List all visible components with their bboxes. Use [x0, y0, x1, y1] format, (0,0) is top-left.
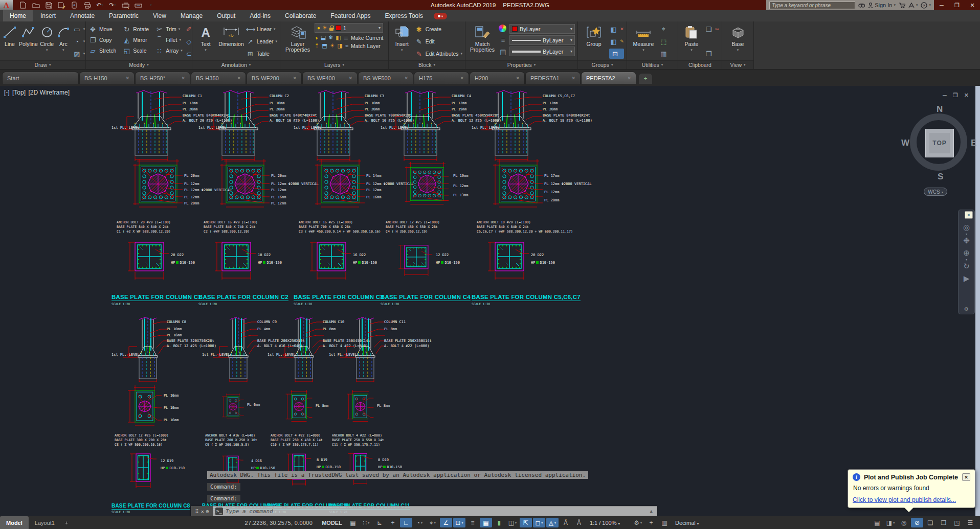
zoom-icon[interactable]: ⊕: [963, 249, 970, 257]
group-edit-button[interactable]: ◧✎: [609, 36, 624, 47]
batch-plot-button[interactable]: [121, 1, 130, 9]
open-file-button[interactable]: [31, 1, 40, 9]
redo-button[interactable]: ↷▾: [108, 1, 117, 9]
file-tab-bs-h350[interactable]: BS-H350✕: [191, 72, 246, 84]
tab-close-icon[interactable]: ✕: [237, 76, 241, 81]
navbar-caret-icon[interactable]: ▾: [966, 258, 967, 261]
scale-button[interactable]: ◱Scale: [122, 45, 149, 56]
leader-button[interactable]: ↗Leader▾: [246, 36, 277, 47]
ortho-toggle[interactable]: ∟: [400, 518, 412, 527]
viewport-visual-style-control[interactable]: [2D Wireframe]: [28, 89, 70, 96]
qat-customize-caret-icon[interactable]: ▾: [146, 1, 155, 9]
save-to-mobile-button[interactable]: [70, 1, 79, 9]
3d-object-snap-toggle[interactable]: ◫▾: [506, 518, 519, 527]
save-button[interactable]: [44, 1, 53, 9]
new-file-button[interactable]: [18, 1, 28, 9]
search-icon[interactable]: [858, 3, 865, 8]
customization-menu[interactable]: ☰: [964, 518, 976, 527]
transparency-toggle[interactable]: ▦: [480, 518, 492, 527]
group-selection-toggle[interactable]: ⊡: [609, 49, 624, 59]
panel-label-utilities[interactable]: Utilities▾: [627, 60, 678, 69]
tab-close-icon[interactable]: ✕: [571, 76, 575, 81]
linear-dimension-button[interactable]: ⟷Linear▾: [246, 24, 277, 34]
tab-close-icon[interactable]: ✕: [125, 76, 129, 81]
wcs-dropdown[interactable]: WCS▾: [924, 188, 947, 196]
gizmo-toggle[interactable]: ◬▾: [546, 518, 559, 527]
make-current-icon[interactable]: ≣: [344, 34, 348, 41]
viewcube-south[interactable]: S: [938, 172, 943, 182]
file-tab-start[interactable]: Start: [2, 72, 79, 84]
tab-close-icon[interactable]: ✕: [460, 76, 464, 81]
file-tab-bs-h150[interactable]: BS-H150✕: [79, 72, 135, 84]
panel-label-annotation[interactable]: Annotation▾: [192, 60, 280, 69]
units-control[interactable]: Decimal ▾: [671, 520, 703, 526]
tab-close-icon[interactable]: ✕: [181, 76, 185, 81]
plot-button[interactable]: [82, 1, 92, 9]
navbar-settings-icon[interactable]: ⚙: [964, 306, 969, 312]
tab-close-icon[interactable]: ✕: [348, 76, 352, 81]
tab-manage[interactable]: Manage: [174, 10, 209, 21]
app-store-cart-icon[interactable]: [899, 3, 905, 8]
hatch-button[interactable]: ▨▾: [73, 49, 85, 59]
tab-annotate[interactable]: Annotate: [63, 10, 101, 21]
sheet-set-button[interactable]: [133, 1, 143, 9]
edit-attributes-button[interactable]: ✎Edit Attributes▾: [415, 49, 462, 59]
command-grip-handle[interactable]: ⠿✕⚙: [191, 506, 213, 516]
copy-button[interactable]: ❐Copy: [88, 35, 116, 45]
viewport-collapse-control[interactable]: [-]: [4, 89, 10, 96]
drawing-area[interactable]: [-] [Top] [2D Wireframe] ─ ❐ ✕ N W E S T…: [0, 86, 980, 516]
layer-isolate-icon[interactable]: ⬓: [321, 34, 326, 41]
file-tab-h200[interactable]: H200✕: [470, 72, 525, 84]
color-wheel-icon[interactable]: [499, 25, 506, 32]
tab-express-tools[interactable]: Express Tools: [378, 10, 429, 21]
tab-close-icon[interactable]: ✕: [293, 76, 297, 81]
group-button[interactable]: Group: [581, 23, 607, 47]
match-properties-button[interactable]: Match Properties: [468, 23, 497, 53]
linetype-dropdown[interactable]: ByLayer▾: [509, 47, 575, 56]
ellipse-button[interactable]: ◔▾: [73, 36, 85, 47]
file-tab-pedesta2[interactable]: PEDESTA2✕: [581, 72, 636, 84]
lock-ui-toggle[interactable]: ◨▾: [884, 518, 897, 527]
help-icon[interactable]: ?▾: [921, 2, 931, 9]
command-input-bar[interactable]: ⠿✕⚙ >_ Type a command ▲: [191, 506, 657, 516]
stretch-button[interactable]: ▱Stretch: [88, 45, 116, 56]
copy-clip-button[interactable]: ❐: [704, 49, 719, 59]
command-input[interactable]: Type a command: [226, 508, 273, 515]
text-button[interactable]: AText▾: [195, 23, 216, 53]
array-button[interactable]: ∷Array▾: [155, 45, 183, 56]
quick-select-button[interactable]: ⌖: [659, 24, 668, 34]
close-button[interactable]: ✕: [965, 0, 980, 10]
app-menu-button[interactable]: A: [0, 0, 13, 10]
file-tab-bs-wf400[interactable]: BS-WF400✕: [302, 72, 358, 84]
polar-tracking-toggle[interactable]: ◔▾: [413, 518, 426, 527]
layer-walk-icon[interactable]: ⇡: [315, 42, 319, 49]
workspace-switching[interactable]: ⚙▾: [632, 518, 644, 527]
circle-button[interactable]: Circle▾: [40, 23, 54, 53]
navbar-caret-icon[interactable]: ▾: [966, 232, 967, 236]
cut-button[interactable]: ❏✂: [704, 24, 719, 34]
match-layer-button[interactable]: Match Layer: [351, 43, 381, 49]
tab-featured-apps[interactable]: Featured Apps: [324, 10, 377, 21]
annotation-monitor-toggle[interactable]: +: [645, 518, 657, 527]
select-window-button[interactable]: ⬚: [659, 36, 668, 47]
new-layout-button[interactable]: +: [61, 516, 72, 529]
redo-caret-icon[interactable]: ▾: [114, 3, 116, 7]
viewcube-west[interactable]: W: [901, 138, 909, 148]
dimension-button[interactable]: Dimension: [218, 23, 244, 47]
match-layer-icon[interactable]: ≈: [345, 43, 348, 49]
panel-label-clipboard[interactable]: Clipboard: [678, 60, 722, 69]
layout1-tab[interactable]: Layout1: [29, 516, 61, 529]
command-expand-icon[interactable]: ▲: [650, 509, 653, 514]
notification-close-button[interactable]: ✕: [962, 473, 970, 481]
quick-properties-toggle[interactable]: ▤: [871, 518, 883, 527]
tab-collaborate[interactable]: Collaborate: [278, 10, 323, 21]
lineweight-toggle[interactable]: ≡: [466, 518, 479, 527]
lineweight-dropdown[interactable]: ByLayer▾: [509, 35, 575, 45]
file-tab-bs-wf200[interactable]: BS-WF200✕: [247, 72, 302, 84]
hardware-acceleration-toggle[interactable]: ⊘: [911, 518, 923, 527]
lineweight-list-icon[interactable]: ≡: [499, 36, 507, 44]
panel-label-groups[interactable]: Groups▾: [578, 60, 627, 69]
model-tab[interactable]: Model: [0, 516, 29, 529]
tab-close-icon[interactable]: ✕: [516, 76, 520, 81]
model-space-toggle[interactable]: MODEL: [318, 520, 346, 526]
